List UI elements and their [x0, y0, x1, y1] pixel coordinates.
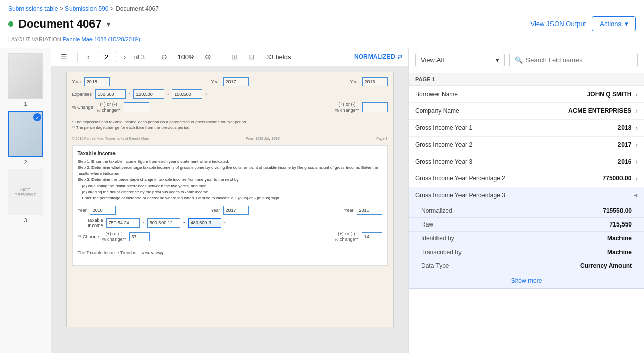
total-pages: of 3 — [133, 53, 145, 61]
page-number-text: Page 1 — [376, 137, 387, 140]
not-present-label: NOTPRESENT — [14, 187, 36, 197]
view-json-link[interactable]: View JSON Output — [530, 20, 586, 28]
thumb-check-icon: ✓ — [33, 113, 41, 121]
year3-field: 2016 — [362, 77, 388, 86]
field-name-gross-year2: Gross Income Year 2 — [415, 141, 618, 148]
thumb-image-2: ✓ — [8, 111, 43, 157]
detail-label-transcribed: Transcribed by — [421, 248, 607, 256]
status-dot — [8, 21, 13, 27]
detail-row-identified-by: Identified by Machine — [409, 232, 644, 245]
search-box[interactable]: 🔍 — [509, 53, 638, 67]
field-name-gross-pct3: Gross Income Year Percentage 3 — [415, 192, 630, 199]
ti-pct2-field: 14 — [362, 232, 382, 241]
image-icon: ⊞ — [231, 53, 237, 61]
ti-year2-field: 2017 — [223, 206, 249, 215]
search-input[interactable] — [526, 56, 632, 64]
field-row-gross-pct2[interactable]: Gross Income Year Percentage 2 775000.00… — [409, 170, 644, 187]
copyright-text: © 2016 Fannie Mae. Trademarks of Fannie … — [72, 137, 149, 140]
notes-text-2: ** The percentage change for each item f… — [72, 125, 388, 130]
list-view-button[interactable]: ☰ — [57, 51, 71, 63]
zoom-level-display: 100% — [175, 53, 197, 61]
list-icon: ☰ — [61, 53, 67, 61]
view-all-select[interactable]: View All ▾ — [415, 53, 505, 67]
page-header: Document 4067 ▾ View JSON Output Actions… — [0, 14, 644, 35]
thumb-num-1: 1 — [24, 101, 27, 107]
prev-icon: ‹ — [87, 53, 90, 61]
zoom-out-button[interactable]: ⊖ — [157, 51, 171, 63]
normalized-label: NORMALIZED ⇄ — [354, 53, 402, 60]
image-view-button[interactable]: ⊞ — [227, 51, 241, 63]
detail-row-normalized: Normalized 715550.00 — [409, 204, 644, 218]
document-viewer: ☰ ‹ › of 3 ⊖ 100% ⊕ ⊞ ⊟ — [51, 48, 409, 353]
next-icon: › — [124, 53, 126, 61]
detail-row-data-type: Data Type Currency Amount — [409, 259, 644, 273]
field-chevron-gross-year1: › — [635, 124, 638, 132]
page-number-input[interactable] — [98, 52, 116, 62]
field-name-gross-pct2: Gross Income Year Percentage 2 — [415, 175, 603, 182]
field-chevron-company: › — [635, 107, 638, 115]
field-row-gross-year1[interactable]: Gross Income Year 1 2018 › — [409, 120, 644, 137]
search-icon: 🔍 — [515, 56, 523, 64]
notes-section: * The expenses and taxable income each p… — [72, 119, 388, 130]
expenses-row: Expenses 150,500 * 120,500 * 150,500 * — [72, 89, 388, 99]
field-row-gross-pct3[interactable]: Gross Income Year Percentage 3 ▾ — [409, 187, 644, 204]
ti2-field: 500,600 12 — [147, 218, 180, 228]
detail-label-data-type: Data Type — [421, 262, 580, 269]
breadcrumb-current: Document 4067 — [116, 5, 159, 12]
taxable-pct-row: % Change (+) or (-) % change** 37 (+) or… — [78, 231, 382, 242]
field-row-gross-year3[interactable]: Gross Income Year 3 2016 › — [409, 153, 644, 170]
detail-value-data-type: Currency Amount — [580, 262, 632, 269]
field-value-gross-year3: 2016 — [618, 158, 632, 165]
detail-row-transcribed-by: Transcribed by Machine — [409, 245, 644, 259]
zoom-in-icon: ⊕ — [205, 53, 211, 61]
field-value-company: ACME ENTERPRISES — [568, 107, 631, 115]
detail-label-raw: Raw — [421, 221, 610, 228]
detail-label-normalized: Normalized — [421, 207, 603, 214]
field-name-gross-year3: Gross Income Year 3 — [415, 158, 618, 165]
thumbnail-1[interactable]: 1 — [4, 53, 47, 107]
year1-field: 2018 — [84, 77, 110, 86]
thumb-num-3: 3 — [24, 217, 27, 223]
actions-label: Actions — [600, 20, 622, 28]
notes-text-1: * The expenses and taxable income each p… — [72, 119, 388, 125]
table-view-button[interactable]: ⊟ — [245, 51, 258, 63]
thumbnail-3[interactable]: NOTPRESENT 3 — [4, 169, 47, 223]
taxable-income-title: Taxable Income — [78, 151, 382, 156]
field-row-borrower-name[interactable]: Borrower Name JOHN Q SMITH › — [409, 86, 644, 103]
thumb-image-1 — [8, 53, 43, 99]
title-chevron-button[interactable]: ▾ — [107, 20, 110, 28]
field-value-gross-pct2: 775000.00 — [603, 175, 632, 182]
thumbnails-panel: 1 ✓ 2 NOTPRESENT 3 — [0, 48, 51, 353]
actions-button[interactable]: Actions ▾ — [592, 16, 636, 31]
field-chevron-gross-pct3: ▾ — [632, 194, 640, 197]
detail-value-transcribed: Machine — [607, 248, 632, 256]
fields-panel: View All ▾ 🔍 PAGE 1 Borrower Name JOHN Q… — [409, 48, 644, 353]
section-header: PAGE 1 — [409, 73, 644, 86]
field-chevron-gross-year2: › — [635, 141, 638, 149]
zoom-in-button[interactable]: ⊕ — [201, 51, 215, 63]
field-row-gross-year2[interactable]: Gross Income Year 2 2017 › — [409, 137, 644, 153]
layout-variation: LAYOUT VARIATION Fannie Mae 1088 (10/28/… — [0, 35, 644, 48]
show-more-container: Show more — [409, 273, 644, 288]
trend-field: increasing — [140, 248, 221, 257]
show-more-button[interactable]: Show more — [511, 277, 542, 284]
fields-toolbar: View All ▾ 🔍 — [409, 48, 644, 73]
prev-page-button[interactable]: ‹ — [84, 51, 94, 63]
field-chevron-gross-year3: › — [635, 157, 638, 166]
thumbnail-2[interactable]: ✓ 2 — [4, 111, 47, 165]
layout-variation-link[interactable]: Fannie Mae 1088 (10/28/2019) — [63, 36, 140, 42]
swap-icon: ⇄ — [397, 53, 402, 60]
thumb-image-3: NOTPRESENT — [8, 169, 43, 215]
field-row-company-name[interactable]: Company Name ACME ENTERPRISES › — [409, 103, 644, 120]
next-page-button[interactable]: › — [120, 51, 130, 63]
breadcrumb-submission[interactable]: Submission 590 — [65, 5, 108, 12]
exp3-field: 150,500 — [172, 89, 202, 99]
document-image-area[interactable]: Year 2018 Year 2017 Year 2016 Expenses 1… — [51, 66, 408, 353]
ti-pct1-field: 37 — [129, 232, 150, 241]
field-name-gross-year1: Gross Income Year 1 — [415, 124, 618, 131]
table-icon: ⊟ — [248, 53, 255, 61]
field-chevron-gross-pct2: › — [635, 174, 638, 183]
trend-row: The Taxable Income Trend is increasing — [78, 248, 382, 257]
field-value-gross-year1: 2018 — [618, 124, 632, 131]
breadcrumb-submissions[interactable]: Submissions table — [8, 5, 58, 12]
